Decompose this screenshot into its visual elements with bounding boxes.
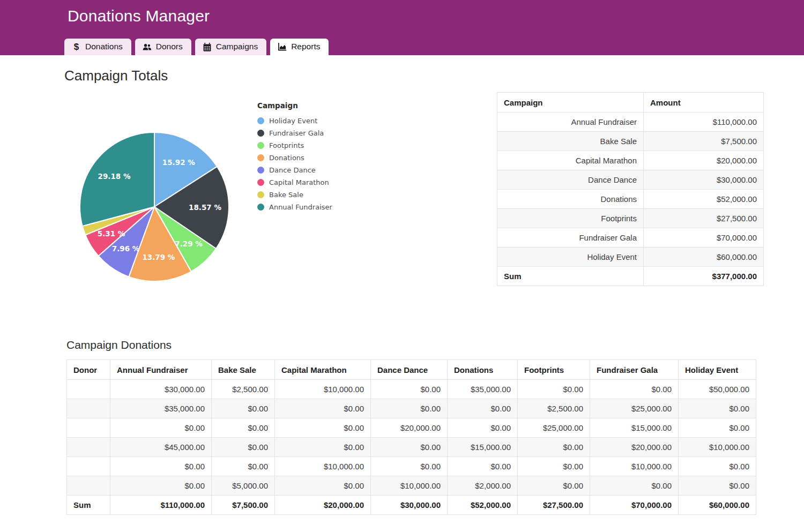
legend-item-donations[interactable]: Donations bbox=[257, 152, 332, 164]
donations-header-row: DonorAnnual FundraiserBake SaleCapital M… bbox=[67, 360, 756, 380]
donations-sum-value: $52,000.00 bbox=[448, 496, 518, 515]
donation-amount-cell: $20,000.00 bbox=[371, 418, 448, 438]
donations-sum-value: $30,000.00 bbox=[371, 496, 448, 515]
tab-label: Campaigns bbox=[216, 42, 258, 51]
amount-cell: $70,000.00 bbox=[644, 228, 764, 248]
legend-item-dance-dance[interactable]: Dance Dance bbox=[257, 164, 332, 176]
legend-swatch bbox=[257, 142, 264, 149]
donation-amount-cell: $0.00 bbox=[371, 457, 448, 476]
donation-amount-cell: $0.00 bbox=[371, 380, 448, 399]
donations-sum-row: Sum$110,000.00$7,500.00$20,000.00$30,000… bbox=[67, 496, 756, 515]
chart-legend: Campaign Holiday EventFundraiser GalaFoo… bbox=[257, 101, 332, 213]
totals-table-body: Annual Fundraiser$110,000.00Bake Sale$7,… bbox=[497, 113, 764, 267]
donation-amount-cell: $10,000.00 bbox=[371, 476, 448, 496]
donation-amount-cell: $10,000.00 bbox=[275, 457, 371, 476]
legend-swatch bbox=[257, 179, 264, 186]
donation-amount-cell: $35,000.00 bbox=[448, 380, 518, 399]
pie-slice-percentage: 7.29 % bbox=[175, 239, 203, 248]
legend-title: Campaign bbox=[257, 101, 332, 110]
donations-table-row: $35,000.00$0.00$0.00$0.00$0.00$2,500.00$… bbox=[67, 399, 756, 418]
donation-amount-cell: $0.00 bbox=[371, 399, 448, 418]
donations-header-holiday-event: Holiday Event bbox=[679, 360, 756, 380]
campaign-totals-heading: Campaign Totals bbox=[64, 68, 168, 84]
totals-table-row: Footprints$27,500.00 bbox=[497, 209, 764, 228]
page: Donations Manager $ Donations Donors bbox=[0, 0, 804, 532]
tab-label: Donors bbox=[156, 42, 183, 51]
tab-label: Donations bbox=[85, 42, 123, 51]
pie-slice-percentage: 13.79 % bbox=[142, 253, 175, 261]
totals-table-header: Campaign Amount bbox=[497, 93, 764, 113]
totals-header-amount: Amount bbox=[644, 93, 764, 113]
donations-table-row: $0.00$0.00$10,000.00$0.00$0.00$0.00$10,0… bbox=[67, 457, 756, 476]
donations-header-donor: Donor bbox=[67, 360, 110, 380]
app-title: Donations Manager bbox=[68, 7, 210, 25]
legend-item-bake-sale[interactable]: Bake Sale bbox=[257, 189, 332, 201]
legend-item-capital-marathon[interactable]: Capital Marathon bbox=[257, 176, 332, 189]
donation-amount-cell: $10,000.00 bbox=[679, 438, 756, 457]
tab-bar: $ Donations Donors bbox=[64, 39, 329, 55]
legend-label: Annual Fundraiser bbox=[269, 203, 332, 211]
donation-amount-cell: $0.00 bbox=[518, 476, 590, 496]
tab-campaigns[interactable]: Campaigns bbox=[195, 39, 266, 55]
donations-table-row: $30,000.00$2,500.00$10,000.00$0.00$35,00… bbox=[67, 380, 756, 399]
donation-amount-cell: $10,000.00 bbox=[590, 457, 679, 476]
donation-amount-cell: $0.00 bbox=[110, 418, 212, 438]
legend-item-holiday-event[interactable]: Holiday Event bbox=[257, 115, 332, 127]
donation-amount-cell: $0.00 bbox=[448, 418, 518, 438]
donations-table-row: $0.00$5,000.00$0.00$10,000.00$2,000.00$0… bbox=[67, 476, 756, 496]
donations-table-header: DonorAnnual FundraiserBake SaleCapital M… bbox=[67, 360, 756, 380]
campaign-name-cell: Dance Dance bbox=[497, 170, 644, 190]
app-header: Donations Manager $ Donations Donors bbox=[0, 0, 804, 55]
donation-amount-cell: $15,000.00 bbox=[590, 418, 679, 438]
donation-amount-cell: $25,000.00 bbox=[518, 418, 590, 438]
pie-chart: 15.92 %18.57 %7.29 %13.79 %7.96 %5.31 %2… bbox=[78, 131, 230, 283]
donation-amount-cell: $0.00 bbox=[212, 399, 275, 418]
users-icon bbox=[143, 42, 152, 51]
area-chart-icon bbox=[278, 42, 287, 51]
campaign-name-cell: Bake Sale bbox=[497, 132, 644, 151]
totals-table-row: Capital Marathon$20,000.00 bbox=[497, 151, 764, 170]
totals-table-row: Holiday Event$60,000.00 bbox=[497, 248, 764, 267]
donation-amount-cell: $5,000.00 bbox=[212, 476, 275, 496]
totals-table-row: Fundraiser Gala$70,000.00 bbox=[497, 228, 764, 248]
donation-amount-cell: $0.00 bbox=[590, 380, 679, 399]
tab-donors[interactable]: Donors bbox=[135, 39, 191, 55]
legend-swatch bbox=[257, 154, 264, 161]
legend-swatch bbox=[257, 167, 264, 174]
amount-cell: $27,500.00 bbox=[644, 209, 764, 228]
legend-item-footprints[interactable]: Footprints bbox=[257, 139, 332, 152]
donations-header-fundraiser-gala: Fundraiser Gala bbox=[590, 360, 679, 380]
chart-legend-items: Holiday EventFundraiser GalaFootprintsDo… bbox=[257, 115, 332, 213]
donations-sum-value: $60,000.00 bbox=[679, 496, 756, 515]
dollar-icon: $ bbox=[72, 42, 81, 51]
amount-cell: $30,000.00 bbox=[644, 170, 764, 190]
legend-item-fundraiser-gala[interactable]: Fundraiser Gala bbox=[257, 127, 332, 139]
donation-amount-cell: $35,000.00 bbox=[110, 399, 212, 418]
legend-label: Holiday Event bbox=[269, 117, 317, 125]
donation-amount-cell: $50,000.00 bbox=[679, 380, 756, 399]
totals-table-row: Dance Dance$30,000.00 bbox=[497, 170, 764, 190]
donation-amount-cell: $2,000.00 bbox=[448, 476, 518, 496]
donor-cell bbox=[67, 380, 110, 399]
totals-sum-value: $377,000.00 bbox=[644, 267, 764, 286]
totals-header-row: Campaign Amount bbox=[497, 93, 764, 113]
donation-amount-cell: $0.00 bbox=[212, 418, 275, 438]
donation-amount-cell: $0.00 bbox=[518, 380, 590, 399]
campaign-donations-heading: Campaign Donations bbox=[66, 339, 172, 351]
legend-label: Donations bbox=[269, 154, 304, 162]
donations-table-body: $30,000.00$2,500.00$10,000.00$0.00$35,00… bbox=[67, 380, 756, 496]
donor-cell bbox=[67, 476, 110, 496]
donations-table-row: $0.00$0.00$0.00$20,000.00$0.00$25,000.00… bbox=[67, 418, 756, 438]
donation-amount-cell: $0.00 bbox=[518, 457, 590, 476]
tab-reports[interactable]: Reports bbox=[270, 39, 329, 55]
tab-donations[interactable]: $ Donations bbox=[64, 39, 131, 55]
legend-item-annual-fundraiser[interactable]: Annual Fundraiser bbox=[257, 201, 332, 213]
donation-amount-cell: $0.00 bbox=[275, 399, 371, 418]
campaign-name-cell: Holiday Event bbox=[497, 248, 644, 267]
donation-amount-cell: $2,500.00 bbox=[212, 380, 275, 399]
amount-cell: $7,500.00 bbox=[644, 132, 764, 151]
donation-amount-cell: $25,000.00 bbox=[590, 399, 679, 418]
pie-slice-percentage: 15.92 % bbox=[162, 158, 195, 167]
donations-header-annual-fundraiser: Annual Fundraiser bbox=[110, 360, 212, 380]
campaign-donations-table: DonorAnnual FundraiserBake SaleCapital M… bbox=[66, 359, 756, 515]
